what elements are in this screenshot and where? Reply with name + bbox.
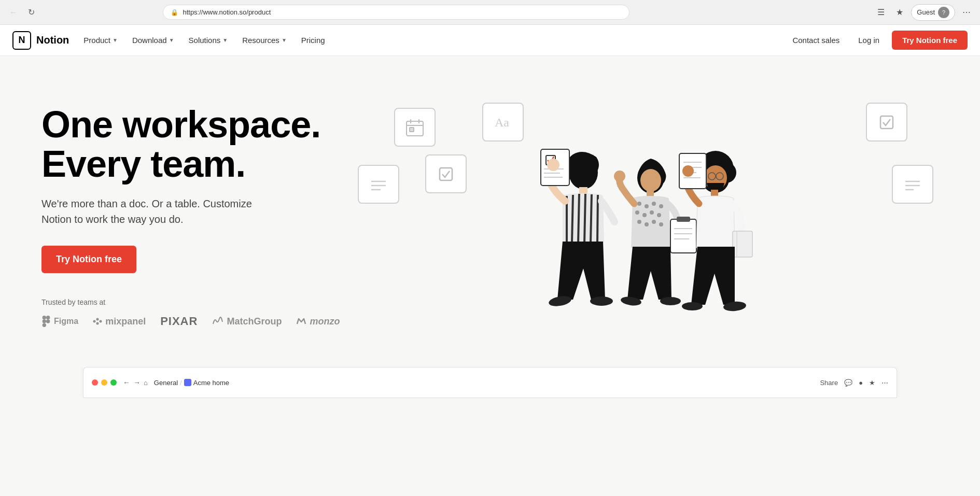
minimize-traffic-light [101, 379, 107, 386]
svg-rect-4 [43, 323, 46, 327]
guest-avatar: ? [938, 7, 949, 18]
nav-pricing[interactable]: Pricing [295, 32, 331, 49]
maximize-traffic-light [110, 379, 117, 386]
clock-icon: ● [859, 379, 863, 387]
hero-content: One workspace. Every team. We're more th… [41, 105, 353, 328]
star-icon: ★ [869, 379, 875, 387]
more-options-button[interactable]: ⋯ [959, 5, 974, 20]
svg-point-3 [46, 319, 50, 323]
comment-icon: 💬 [844, 379, 852, 387]
traffic-lights [92, 379, 117, 386]
svg-rect-54 [677, 217, 690, 222]
try-notion-free-nav-button[interactable]: Try Notion free [892, 31, 968, 50]
preview-forward-button[interactable]: → [133, 378, 141, 387]
mixpanel-label: mixpanel [105, 316, 146, 327]
svg-rect-19 [440, 168, 452, 180]
home-icon: ⌂ [144, 379, 148, 387]
back-button[interactable]: ← [6, 5, 21, 20]
svg-point-51 [652, 220, 656, 224]
svg-line-26 [572, 195, 573, 243]
checkbox-card-mid [425, 154, 467, 193]
try-notion-free-hero-button[interactable]: Try Notion free [41, 246, 136, 273]
brand-mixpanel: mixpanel [93, 316, 146, 327]
svg-point-44 [659, 204, 663, 208]
nav-download[interactable]: Download ▼ [126, 32, 180, 49]
hero-illustration: Aa [353, 92, 939, 341]
browser-right-controls: ☰ ★ Guest ? ⋯ [874, 4, 974, 21]
nav-links: Product ▼ Download ▼ Solutions ▼ Resourc… [77, 32, 786, 49]
preview-nav: ← → ⌂ [123, 378, 148, 387]
svg-point-78 [547, 159, 559, 171]
svg-point-79 [614, 171, 625, 182]
notion-logo-icon: N [12, 31, 31, 50]
svg-point-59 [660, 297, 681, 305]
refresh-button[interactable]: ↻ [24, 5, 38, 20]
svg-point-5 [93, 320, 96, 323]
svg-point-43 [652, 202, 656, 206]
notion-navbar: N Notion Product ▼ Download ▼ Solutions … [0, 25, 980, 56]
lines-right-card [892, 165, 933, 204]
guest-label: Guest [917, 8, 935, 16]
checkbox-card-top [866, 103, 907, 141]
nav-product[interactable]: Product ▼ [77, 32, 124, 49]
lock-icon: 🔒 [171, 9, 178, 16]
brand-pixar: PIXAR [160, 315, 198, 328]
svg-text:Aa: Aa [495, 116, 509, 129]
svg-point-6 [96, 318, 99, 321]
svg-point-39 [640, 169, 661, 192]
hero-title: One workspace. Every team. [41, 105, 353, 183]
svg-point-52 [659, 222, 663, 226]
section-bottom: ← → ⌂ General / Acme home Share 💬 ● ★ ⋯ [0, 367, 980, 408]
svg-rect-2 [43, 319, 46, 323]
reader-mode-button[interactable]: ☰ [874, 5, 888, 20]
brand-matchgroup: MatchGroup [212, 316, 282, 327]
matchgroup-label: MatchGroup [227, 316, 282, 327]
svg-line-28 [584, 194, 585, 244]
svg-point-8 [96, 322, 99, 325]
calendar-card [394, 108, 436, 147]
nav-solutions[interactable]: Solutions ▼ [183, 32, 234, 49]
figma-label: Figma [54, 317, 78, 326]
breadcrumb-separator: / [180, 379, 182, 387]
close-traffic-light [92, 379, 98, 386]
breadcrumb-acme: Acme home [184, 379, 229, 387]
brand-monzo: monzo [296, 316, 340, 327]
chevron-down-icon: ▼ [169, 37, 174, 43]
person-left [541, 149, 614, 308]
svg-line-27 [578, 194, 579, 244]
svg-point-80 [682, 165, 694, 177]
browser-chrome: ← ↻ 🔒 https://www.notion.so/product ☰ ★ … [0, 0, 980, 25]
svg-point-46 [642, 213, 647, 217]
brand-logos: Figma mixpanel PIXAR M [41, 315, 353, 328]
url-text: https://www.notion.so/product [183, 8, 271, 16]
lines-left-card [358, 165, 399, 204]
nav-resources[interactable]: Resources ▼ [236, 32, 293, 49]
monzo-label: monzo [310, 316, 340, 327]
notion-logo[interactable]: N Notion [12, 31, 69, 50]
preview-back-button[interactable]: ← [123, 378, 130, 387]
svg-rect-1 [46, 316, 50, 319]
chevron-down-icon: ▼ [282, 37, 287, 43]
svg-rect-53 [670, 219, 696, 253]
breadcrumb-general: General [154, 379, 178, 387]
browser-nav-buttons: ← ↻ [6, 5, 38, 20]
svg-point-41 [637, 202, 641, 206]
people-scene [511, 92, 780, 341]
svg-point-49 [637, 220, 641, 224]
contact-sales-button[interactable]: Contact sales [786, 32, 846, 49]
notion-logo-text: Notion [36, 34, 69, 46]
favorites-button[interactable]: ★ [892, 5, 907, 20]
chevron-down-icon: ▼ [113, 37, 118, 43]
guest-profile-button[interactable]: Guest ? [911, 4, 955, 21]
address-bar[interactable]: 🔒 https://www.notion.so/product [163, 5, 629, 20]
hero-section: One workspace. Every team. We're more th… [0, 56, 980, 367]
trusted-by-label: Trusted by teams at [41, 298, 353, 306]
share-label: Share [820, 379, 838, 387]
svg-point-32 [590, 296, 613, 306]
svg-rect-13 [410, 127, 414, 132]
nav-right: Contact sales Log in Try Notion free [786, 31, 968, 50]
svg-point-42 [645, 204, 649, 208]
svg-rect-69 [733, 231, 752, 257]
chevron-down-icon: ▼ [222, 37, 228, 43]
login-button[interactable]: Log in [852, 32, 886, 49]
